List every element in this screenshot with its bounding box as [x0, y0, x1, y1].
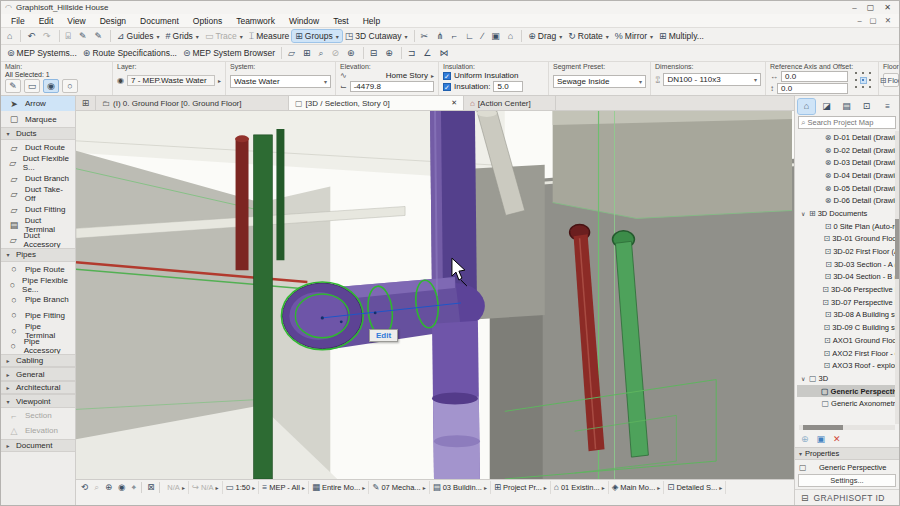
search-input[interactable]	[807, 118, 893, 127]
toolbar-button[interactable]: ⌻ ▾	[63, 30, 76, 43]
save-view-icon[interactable]: ▣	[817, 434, 826, 444]
toolbox-item[interactable]: △ Elevation	[1, 423, 75, 438]
toolbox-item[interactable]: ▾ Ducts	[1, 127, 75, 141]
toolbar-button[interactable]: ⊞ Groups ▾	[292, 30, 341, 42]
view-tool-button[interactable]: ⟲	[78, 481, 91, 494]
tab-ground-floor[interactable]: 🗀 (I) 0. Ground Floor [0. Ground Floor]	[96, 96, 289, 110]
quick-option-button[interactable]: ≡ MEP - All ▸	[259, 481, 309, 494]
element-settings-button[interactable]: ○ ▸	[62, 79, 78, 93]
tree-item[interactable]: ∨ ⊞ 3D Documents	[797, 207, 899, 220]
toolbox-item[interactable]: ➤ Arrow	[1, 96, 75, 111]
delete-view-icon[interactable]: ✕	[833, 434, 841, 444]
tab-overview-icon[interactable]: ⊞	[76, 96, 96, 110]
tree-item[interactable]: ⊗ D-02 Detail (Drawin	[797, 144, 899, 157]
project-map-search[interactable]: ⌕	[798, 116, 896, 129]
menu-item[interactable]: Help	[357, 15, 386, 27]
toolbox-item[interactable]: ▱ Duct Fitting	[1, 202, 75, 217]
toolbar-button[interactable]: ▭ Trace ▾	[202, 30, 246, 42]
offset-h-input[interactable]: 0.0	[781, 71, 848, 82]
doc-restore-button[interactable]: ▢	[870, 16, 877, 25]
menu-item[interactable]: Window	[283, 15, 325, 27]
home-story-arrow[interactable]: ▸	[431, 72, 434, 79]
tree-item[interactable]: ⊡ 3D-02 First Floor (A	[797, 245, 899, 258]
layer-visibility-icon[interactable]: ◉	[117, 76, 124, 85]
mep-toolbar-button[interactable]: ⌕	[316, 47, 329, 60]
mep-toolbar-button[interactable]: ⊘	[329, 47, 345, 59]
toolbox-item[interactable]: ▱ Duct Branch	[1, 171, 75, 186]
insulation-value-input[interactable]: 5.0	[493, 81, 523, 92]
tree-item[interactable]: ⊗ D-06 Detail (Drawin	[797, 194, 899, 207]
navigator-tab-icon[interactable]: ⊡	[858, 99, 875, 114]
tree-item[interactable]: ⊡ 3D-07 Perspective L	[797, 296, 899, 309]
quick-option-button[interactable]: N/A ▸	[162, 481, 189, 494]
menu-item[interactable]: Design	[94, 15, 132, 27]
toolbar-button[interactable]: ∟ ▾	[462, 30, 479, 42]
doc-minimize-button[interactable]: –	[857, 16, 861, 25]
floorplan-display-button[interactable]: ⊟ Floo	[883, 73, 899, 87]
toolbar-button[interactable]: ⌂ ▾	[505, 30, 518, 42]
tree-item[interactable]: ▢ Generic Perspective	[797, 385, 899, 398]
toolbar-button[interactable]: ⌐ ▾	[449, 30, 462, 42]
toolbar-button[interactable]: ⌂ ▾	[4, 30, 17, 42]
anchor-center[interactable]	[861, 78, 866, 83]
view-tool-button[interactable]: ⌖	[128, 481, 139, 494]
tree-item[interactable]: ⊡ 3D-06 Perspective L	[797, 283, 899, 296]
quick-option-button[interactable]: ⊞ Project Pr... ▸	[491, 481, 551, 494]
toolbox-item[interactable]: ▱ Duct Flexible S...	[1, 156, 75, 171]
navigator-tab-icon[interactable]: ◪	[818, 99, 835, 114]
mep-toolbar-button[interactable]: ⊕	[382, 47, 398, 59]
tree-item[interactable]: ⊡ AXO3 Roof - explod	[797, 359, 899, 372]
toolbox-item[interactable]: ▱ Duct Take-Off	[1, 186, 75, 201]
mep-toolbar-button[interactable]: ▱	[285, 47, 300, 59]
toolbar-button[interactable]: ↷ ▾	[40, 30, 56, 42]
quick-option-button[interactable]: ▦ Entire Mo... ▸	[309, 481, 369, 494]
toolbox-item[interactable]: ▱ Duct Route	[1, 140, 75, 155]
doc-close-button[interactable]: ✕	[885, 16, 891, 25]
toolbox-item[interactable]: ▱ Duct Accessory	[1, 233, 75, 248]
tree-item[interactable]: ⊗ D-04 Detail (Drawin	[797, 169, 899, 182]
toolbox-item[interactable]: ▤ Duct Terminal	[1, 217, 75, 232]
element-settings-button[interactable]: ◉ ▸	[43, 79, 59, 93]
menu-item[interactable]: Edit	[33, 15, 60, 27]
toolbar-button[interactable]: ✎ ▾	[91, 30, 107, 42]
close-button[interactable]: ✕	[884, 3, 891, 12]
navigator-tab-icon[interactable]: ⌂	[798, 99, 815, 114]
reference-anchor-grid[interactable]	[854, 71, 874, 94]
toolbox-item[interactable]: ▸ Architectural	[1, 381, 75, 395]
toolbar-button[interactable]: ▾	[59, 30, 60, 42]
toolbar-button[interactable]: % Mirror ▾	[612, 30, 656, 42]
toolbar-button[interactable]: ⌶ Measure ▾	[246, 30, 292, 43]
tree-item[interactable]: ⊗ D-01 Detail (Drawin	[797, 131, 899, 144]
settings-button[interactable]: Settings...	[798, 474, 896, 487]
menu-item[interactable]: Options	[187, 15, 228, 27]
quick-option-button[interactable]: ↪ N/A ▸	[189, 481, 223, 494]
quick-option-button[interactable]: ⊡ Detailed S... ▸	[664, 481, 726, 494]
offset-v-input[interactable]: 0.0	[777, 83, 848, 94]
toolbar-button[interactable]: ⊿ Guides ▾	[114, 30, 163, 42]
elevation-input[interactable]: -4479.8	[350, 81, 434, 92]
toolbox-item[interactable]: ▸ Document	[1, 439, 75, 453]
mep-toolbar-button[interactable]: ⊜ MEP System Browser	[180, 47, 278, 59]
uniform-insulation-checkbox[interactable]: ✓ Uniform Insulation	[443, 71, 544, 80]
quick-option-button[interactable]: ✎ 07 Mecha... ▸	[369, 481, 429, 494]
toolbar-button[interactable]: ⊕ Drag ▾	[525, 30, 565, 42]
element-settings-button[interactable]: ✎ ▸	[5, 79, 21, 93]
view-tool-button[interactable]: ⊕	[102, 481, 115, 494]
tree-item[interactable]: ⊡ 3D-04 Section - B (/	[797, 271, 899, 284]
toolbox-item[interactable]: ▸ Cabling	[1, 354, 75, 368]
toolbox-item[interactable]: ▢ Marquee	[1, 111, 75, 126]
toolbar-button[interactable]: ▾	[521, 30, 522, 42]
toolbar-button[interactable]: ⋔ ▾	[433, 30, 449, 42]
toolbox-item[interactable]: ▾ Pipes	[1, 248, 75, 262]
quick-option-button[interactable]: ◈ Main Mo... ▸	[609, 481, 665, 494]
mep-toolbar-button[interactable]: ⊐	[405, 47, 421, 59]
tab-close-icon[interactable]: ✕	[451, 99, 457, 107]
menu-item[interactable]: Document	[134, 15, 185, 27]
toolbar-button[interactable]: # Grids ▾	[163, 30, 202, 42]
layer-flyout-arrow[interactable]: ▸	[218, 77, 221, 84]
tree-expand-icon[interactable]: ∨	[801, 210, 807, 217]
toolbar-button[interactable]: ▾	[110, 30, 111, 42]
tab-3d-view[interactable]: ▢ [3D / Selection, Story 0] ✕	[289, 96, 464, 110]
toolbar-button[interactable]: ▾	[20, 30, 21, 42]
toolbox-item[interactable]: ○ Pipe Accessory	[1, 338, 75, 353]
